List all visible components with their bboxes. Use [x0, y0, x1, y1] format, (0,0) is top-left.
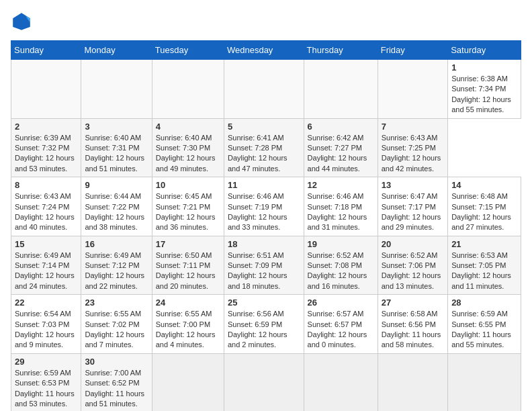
calendar-cell: 20 Sunrise: 6:52 AMSunset: 7:06 PMDaylig…	[378, 236, 447, 295]
day-info: Sunrise: 6:48 AMSunset: 7:15 PMDaylight:…	[451, 192, 511, 231]
calendar-cell: 17 Sunrise: 6:50 AMSunset: 7:11 PMDaylig…	[152, 236, 224, 295]
col-header-thursday: Thursday	[304, 41, 378, 60]
day-number: 27	[382, 298, 444, 308]
day-info: Sunrise: 6:40 AMSunset: 7:31 PMDaylight:…	[85, 134, 144, 173]
col-header-saturday: Saturday	[448, 41, 521, 60]
day-info: Sunrise: 6:40 AMSunset: 7:30 PMDaylight:…	[156, 134, 216, 173]
calendar-cell: 21 Sunrise: 6:53 AMSunset: 7:05 PMDaylig…	[448, 236, 521, 295]
day-number: 14	[451, 180, 517, 190]
day-number: 28	[451, 298, 517, 308]
logo	[11, 11, 35, 32]
calendar-cell	[152, 60, 224, 119]
day-number: 16	[85, 239, 148, 249]
col-header-sunday: Sunday	[11, 41, 81, 60]
day-info: Sunrise: 6:54 AMSunset: 7:03 PMDaylight:…	[15, 310, 75, 349]
day-number: 13	[382, 180, 444, 190]
calendar-cell: 24 Sunrise: 6:55 AMSunset: 7:00 PMDaylig…	[152, 295, 224, 354]
calendar-cell: 11 Sunrise: 6:46 AMSunset: 7:19 PMDaylig…	[224, 177, 304, 236]
calendar-cell	[224, 353, 304, 411]
day-info: Sunrise: 6:46 AMSunset: 7:18 PMDaylight:…	[308, 192, 367, 231]
day-number: 3	[85, 122, 148, 132]
day-number: 20	[382, 239, 444, 249]
day-info: Sunrise: 6:49 AMSunset: 7:12 PMDaylight:…	[85, 251, 144, 290]
day-info: Sunrise: 6:45 AMSunset: 7:21 PMDaylight:…	[156, 192, 216, 231]
calendar-cell: 14 Sunrise: 6:48 AMSunset: 7:15 PMDaylig…	[448, 177, 521, 236]
svg-marker-0	[13, 13, 30, 30]
day-info: Sunrise: 6:59 AMSunset: 6:53 PMDaylight:…	[15, 369, 75, 408]
day-number: 6	[308, 122, 374, 132]
logo-icon	[11, 11, 32, 32]
calendar-cell: 15 Sunrise: 6:49 AMSunset: 7:14 PMDaylig…	[11, 236, 81, 295]
calendar-cell: 12 Sunrise: 6:46 AMSunset: 7:18 PMDaylig…	[304, 177, 378, 236]
day-info: Sunrise: 6:47 AMSunset: 7:17 PMDaylight:…	[382, 192, 441, 231]
day-number: 7	[382, 122, 444, 132]
day-number: 25	[228, 298, 300, 308]
calendar-cell	[152, 353, 224, 411]
calendar-cell: 30 Sunrise: 7:00 AMSunset: 6:52 PMDaylig…	[81, 353, 152, 411]
day-info: Sunrise: 6:43 AMSunset: 7:24 PMDaylight:…	[15, 192, 75, 231]
day-number: 19	[308, 239, 374, 249]
calendar-cell: 29 Sunrise: 6:59 AMSunset: 6:53 PMDaylig…	[11, 353, 81, 411]
calendar-cell: 5 Sunrise: 6:41 AMSunset: 7:28 PMDayligh…	[224, 118, 304, 177]
day-info: Sunrise: 7:00 AMSunset: 6:52 PMDaylight:…	[85, 369, 144, 408]
day-info: Sunrise: 6:43 AMSunset: 7:25 PMDaylight:…	[382, 134, 441, 173]
calendar-cell: 19 Sunrise: 6:52 AMSunset: 7:08 PMDaylig…	[304, 236, 378, 295]
day-info: Sunrise: 6:59 AMSunset: 6:55 PMDaylight:…	[451, 310, 511, 349]
calendar-cell: 9 Sunrise: 6:44 AMSunset: 7:22 PMDayligh…	[81, 177, 152, 236]
calendar-cell: 2 Sunrise: 6:39 AMSunset: 7:32 PMDayligh…	[11, 118, 81, 177]
day-info: Sunrise: 6:57 AMSunset: 6:57 PMDaylight:…	[308, 310, 367, 349]
day-number: 10	[156, 180, 220, 190]
day-number: 26	[308, 298, 374, 308]
col-header-friday: Friday	[378, 41, 447, 60]
day-number: 15	[15, 239, 77, 249]
calendar-cell	[378, 353, 447, 411]
day-number: 5	[228, 122, 300, 132]
day-info: Sunrise: 6:58 AMSunset: 6:56 PMDaylight:…	[382, 310, 441, 349]
day-info: Sunrise: 6:52 AMSunset: 7:08 PMDaylight:…	[308, 251, 367, 290]
calendar-cell: 28 Sunrise: 6:59 AMSunset: 6:55 PMDaylig…	[448, 295, 521, 354]
day-number: 29	[15, 357, 77, 367]
day-info: Sunrise: 6:55 AMSunset: 7:02 PMDaylight:…	[85, 310, 144, 349]
calendar-cell	[304, 60, 378, 119]
day-number: 23	[85, 298, 148, 308]
calendar-cell	[11, 60, 81, 119]
calendar-cell	[81, 60, 152, 119]
calendar-cell: 10 Sunrise: 6:45 AMSunset: 7:21 PMDaylig…	[152, 177, 224, 236]
day-info: Sunrise: 6:53 AMSunset: 7:05 PMDaylight:…	[451, 251, 511, 290]
calendar-cell: 7 Sunrise: 6:43 AMSunset: 7:25 PMDayligh…	[378, 118, 447, 177]
calendar-cell: 1 Sunrise: 6:38 AMSunset: 7:34 PMDayligh…	[448, 60, 521, 119]
day-number: 24	[156, 298, 220, 308]
day-info: Sunrise: 6:41 AMSunset: 7:28 PMDaylight:…	[228, 134, 287, 173]
day-info: Sunrise: 6:44 AMSunset: 7:22 PMDaylight:…	[85, 192, 144, 231]
day-number: 18	[228, 239, 300, 249]
day-info: Sunrise: 6:39 AMSunset: 7:32 PMDaylight:…	[15, 134, 75, 173]
calendar-cell	[304, 353, 378, 411]
day-number: 21	[451, 239, 517, 249]
calendar-cell: 27 Sunrise: 6:58 AMSunset: 6:56 PMDaylig…	[378, 295, 447, 354]
calendar-cell: 13 Sunrise: 6:47 AMSunset: 7:17 PMDaylig…	[378, 177, 447, 236]
calendar-cell	[448, 353, 521, 411]
calendar-table: SundayMondayTuesdayWednesdayThursdayFrid…	[11, 40, 521, 411]
day-info: Sunrise: 6:42 AMSunset: 7:27 PMDaylight:…	[308, 134, 367, 173]
day-number: 9	[85, 180, 148, 190]
day-info: Sunrise: 6:52 AMSunset: 7:06 PMDaylight:…	[382, 251, 441, 290]
day-number: 30	[85, 357, 148, 367]
col-header-wednesday: Wednesday	[224, 41, 304, 60]
day-info: Sunrise: 6:50 AMSunset: 7:11 PMDaylight:…	[156, 251, 216, 290]
day-number: 22	[15, 298, 77, 308]
calendar-cell: 26 Sunrise: 6:57 AMSunset: 6:57 PMDaylig…	[304, 295, 378, 354]
calendar-cell: 25 Sunrise: 6:56 AMSunset: 6:59 PMDaylig…	[224, 295, 304, 354]
day-info: Sunrise: 6:49 AMSunset: 7:14 PMDaylight:…	[15, 251, 75, 290]
day-info: Sunrise: 6:51 AMSunset: 7:09 PMDaylight:…	[228, 251, 287, 290]
day-number: 17	[156, 239, 220, 249]
calendar-cell: 8 Sunrise: 6:43 AMSunset: 7:24 PMDayligh…	[11, 177, 81, 236]
col-header-monday: Monday	[81, 41, 152, 60]
calendar-cell	[224, 60, 304, 119]
calendar-cell	[378, 60, 447, 119]
calendar-cell: 6 Sunrise: 6:42 AMSunset: 7:27 PMDayligh…	[304, 118, 378, 177]
day-info: Sunrise: 6:56 AMSunset: 6:59 PMDaylight:…	[228, 310, 287, 349]
day-info: Sunrise: 6:55 AMSunset: 7:00 PMDaylight:…	[156, 310, 216, 349]
day-number: 1	[451, 62, 517, 73]
day-info: Sunrise: 6:46 AMSunset: 7:19 PMDaylight:…	[228, 192, 287, 231]
day-number: 11	[228, 180, 300, 190]
